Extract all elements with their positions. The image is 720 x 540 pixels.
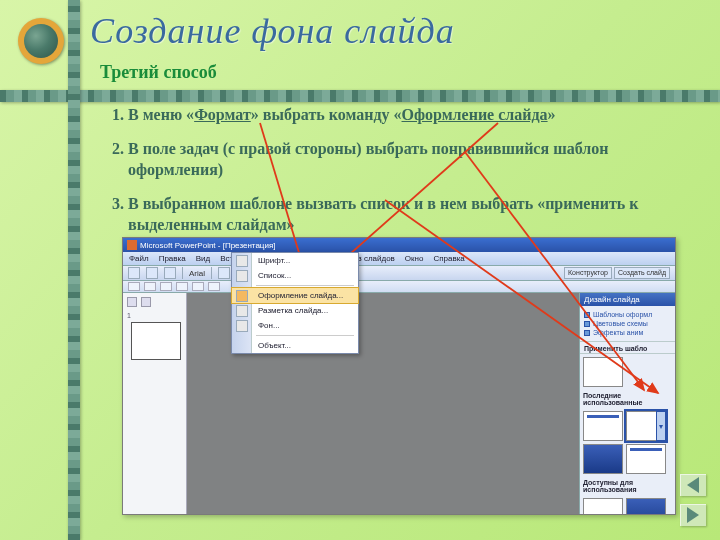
menu-help[interactable]: Справка [433, 254, 464, 263]
decor-stripe-top [0, 90, 720, 102]
toolbar-icon[interactable] [144, 282, 156, 291]
mi-design[interactable]: Оформление слайда... [232, 288, 358, 303]
template-item[interactable] [583, 444, 623, 474]
toolbar-icon[interactable] [160, 282, 172, 291]
btn-newslide[interactable]: Создать слайд [614, 267, 670, 279]
chevron-down-icon[interactable]: ▾ [656, 411, 666, 441]
instructions: В меню «Формат» выбрать команду «Оформле… [100, 104, 660, 248]
pp-menubar: Файл Правка Вид Вставка Формат Сервис По… [123, 252, 675, 266]
powerpoint-icon [127, 240, 137, 250]
fontbox[interactable]: Arial [189, 269, 205, 278]
nav-forward-button[interactable] [680, 504, 706, 526]
slide-number: 1 [127, 312, 131, 319]
pp-titlebar: Microsoft PowerPoint - [Презентация] [123, 238, 675, 252]
link-anim[interactable]: Эффекты аним [584, 329, 671, 336]
tab-slides[interactable] [141, 297, 151, 307]
btn-design[interactable]: Конструктор [564, 267, 612, 279]
page-title: Создание фона слайда [90, 10, 455, 52]
step-2: В поле задач (с правой стороны) выбрать … [128, 138, 660, 181]
page-subtitle: Третий способ [100, 62, 217, 83]
mi-list[interactable]: Список... [232, 268, 358, 283]
template-item-hover[interactable]: ▾ [626, 411, 666, 441]
decor-stripe-left [68, 0, 80, 540]
pp-taskpane: Дизайн слайда Шаблоны оформл Цветовые сх… [579, 293, 675, 514]
powerpoint-screenshot: Microsoft PowerPoint - [Презентация] Фай… [122, 237, 676, 515]
mi-object[interactable]: Объект... [232, 338, 358, 353]
link-templates[interactable]: Шаблоны оформл [584, 311, 671, 318]
slide-thumb[interactable] [131, 322, 181, 360]
toolbar-icon[interactable] [146, 267, 158, 279]
mi-layout[interactable]: Разметка слайда... [232, 303, 358, 318]
toolbar-icon[interactable] [128, 282, 140, 291]
triangle-right-icon [687, 507, 699, 523]
pp-toolbar2 [123, 281, 675, 293]
nav-back-button[interactable] [680, 474, 706, 496]
taskpane-links: Шаблоны оформл Цветовые схемы Эффекты ан… [580, 306, 675, 342]
menu-edit[interactable]: Правка [159, 254, 186, 263]
triangle-left-icon [687, 477, 699, 493]
decor-medallion [18, 18, 64, 64]
tab-outline[interactable] [127, 297, 137, 307]
toolbar-icon[interactable] [176, 282, 188, 291]
menu-file[interactable]: Файл [129, 254, 149, 263]
template-item[interactable] [626, 498, 666, 514]
mi-font[interactable]: Шрифт... [232, 253, 358, 268]
format-dropdown: Шрифт... Список... Оформление слайда... … [231, 252, 359, 354]
menu-window[interactable]: Окно [405, 254, 424, 263]
menu-view[interactable]: Вид [196, 254, 210, 263]
template-item[interactable] [626, 444, 666, 474]
template-item[interactable] [583, 498, 623, 514]
sec-apply: Применить шабло [580, 342, 675, 353]
step-1: В меню «Формат» выбрать команду «Оформле… [128, 104, 660, 126]
toolbar-icon[interactable] [128, 267, 140, 279]
toolbar-icon[interactable] [208, 282, 220, 291]
sec-available: Доступны для использования [583, 477, 672, 495]
template-item[interactable] [583, 357, 623, 387]
taskpane-title: Дизайн слайда [580, 293, 675, 306]
pp-toolbar1: Arial Конструктор Создать слайд [123, 266, 675, 281]
toolbar-icon[interactable] [192, 282, 204, 291]
toolbar-icon[interactable] [218, 267, 230, 279]
step-3: В выбранном шаблоне вызвать список и в н… [128, 193, 660, 236]
link-colorschemes[interactable]: Цветовые схемы [584, 320, 671, 327]
sec-recent: Последние использованные [583, 390, 672, 408]
mi-bgfill[interactable]: Фон... [232, 318, 358, 333]
toolbar-icon[interactable] [164, 267, 176, 279]
template-item[interactable] [583, 411, 623, 441]
pp-slidepanel: 1 [123, 293, 187, 514]
